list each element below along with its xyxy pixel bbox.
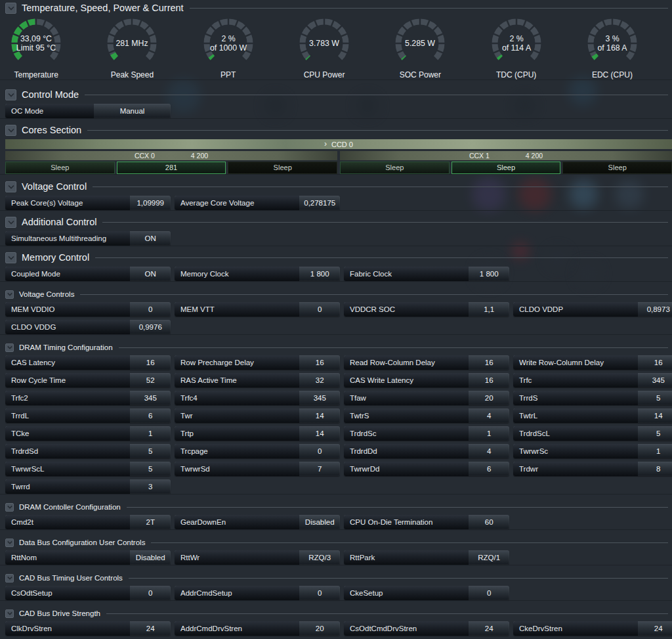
field-value[interactable]: 16 [299, 355, 340, 370]
field-value[interactable]: 5 [638, 426, 672, 441]
field-value[interactable]: RZQ/1 [469, 550, 509, 565]
chevron-down-icon[interactable] [5, 181, 16, 192]
field-label: CkeDrvStren [513, 621, 638, 636]
field-twtrs: TwtrS4 [344, 408, 509, 423]
field-label: Coupled Mode [5, 267, 130, 281]
field-value[interactable]: 345 [130, 391, 171, 405]
chevron-down-icon[interactable] [5, 609, 14, 618]
field-value[interactable]: 6 [469, 462, 509, 476]
field-label: Trdwr [513, 462, 638, 476]
field-value[interactable]: 1,1 [469, 302, 509, 317]
field-value[interactable]: 1 800 [469, 267, 509, 281]
gauge-peak-speed: 281 MHz Peak Speed [84, 15, 180, 79]
field-value[interactable]: 14 [299, 408, 340, 423]
field-value[interactable]: 1 [638, 444, 672, 458]
chevron-down-icon[interactable] [5, 290, 14, 299]
svg-text:3 %: 3 % [605, 34, 619, 43]
core-cell-ccx0-0[interactable]: Sleep [5, 162, 115, 174]
field-value[interactable]: 1 [130, 426, 171, 441]
header-rule [87, 130, 668, 131]
field-value[interactable]: 1 [469, 426, 509, 441]
field-value[interactable]: 60 [469, 515, 509, 529]
field-value[interactable]: 5 [130, 444, 171, 458]
field-value[interactable]: 345 [638, 373, 672, 387]
field-fabric-clock: Fabric Clock1 800 [344, 267, 509, 281]
field-value[interactable]: 8 [638, 462, 672, 476]
core-cell-ccx1-2[interactable]: Sleep [562, 162, 672, 174]
field-value[interactable]: 0 [299, 444, 340, 458]
field-value[interactable]: 1,09999 [130, 196, 171, 210]
field-value[interactable]: 0 [130, 302, 171, 317]
field-value[interactable]: 4 [469, 444, 509, 458]
gauge-label: TDC (CPU) [468, 70, 564, 79]
chevron-down-icon[interactable] [5, 343, 14, 352]
core-cell-ccx1-1[interactable]: Sleep [452, 162, 561, 174]
field-value[interactable]: 0,278175 [299, 196, 340, 210]
field-value[interactable]: Disabled [299, 515, 340, 529]
field-value[interactable]: 24 [130, 621, 171, 636]
field-value[interactable]: 2T [130, 515, 171, 529]
field-value[interactable]: Disabled [130, 550, 171, 565]
section-title: CAD Bus Timing User Controls [19, 574, 123, 582]
field-value[interactable]: 345 [299, 391, 340, 405]
field-value[interactable]: 24 [638, 621, 672, 636]
field-value[interactable]: 16 [638, 355, 672, 370]
field-value[interactable]: 4 [469, 408, 509, 423]
core-cell-ccx0-2[interactable]: Sleep [228, 162, 337, 174]
chevron-down-icon[interactable] [5, 503, 14, 512]
field-value[interactable]: 0 [469, 586, 509, 600]
field-value[interactable]: 14 [638, 408, 672, 423]
field-twrwrdd: TwrwrDd6 [344, 462, 509, 476]
gauge-temperature: 33,09 °C Limit 95 °C Temperature [0, 15, 84, 79]
chevron-down-icon[interactable] [5, 217, 16, 228]
field-value[interactable]: 0 [130, 586, 171, 600]
core-cell-ccx0-1[interactable]: 281 [117, 162, 226, 174]
field-value[interactable]: 0 [299, 586, 340, 600]
field-value[interactable]: 16 [469, 373, 509, 387]
field-tcke: TCke1 [5, 426, 171, 441]
section-title: Additional Control [22, 217, 96, 227]
core-cell-ccx1-0[interactable]: Sleep [340, 162, 450, 174]
gauge-cpu-power: 3.783 W CPU Power [276, 15, 372, 79]
field-value[interactable]: 5 [130, 462, 171, 476]
field-cldo-vddg: CLDO VDDG0,9976 [5, 320, 171, 334]
field-value[interactable]: 16 [469, 355, 509, 370]
svg-text:3.783 W: 3.783 W [309, 39, 339, 48]
field-trdrdsc: TrdrdSc1 [344, 426, 509, 441]
field-value[interactable]: 32 [299, 373, 340, 387]
field-value[interactable]: 0 [299, 302, 340, 317]
field-value[interactable]: 14 [299, 426, 340, 441]
chevron-down-icon[interactable] [5, 574, 14, 583]
subsection-dram-controller: DRAM Contoller Configuration Cmd2t2TGear… [0, 494, 672, 529]
field-label: TwrwrSd [175, 462, 299, 476]
chevron-down-icon[interactable] [5, 125, 16, 136]
field-value[interactable]: 20 [469, 391, 509, 405]
chevron-down-icon[interactable] [5, 3, 16, 14]
section-control-mode: Control Mode OC ModeManual [0, 79, 672, 118]
field-value[interactable]: 6 [130, 408, 171, 423]
field-value[interactable]: 3 [130, 479, 171, 494]
field-value[interactable]: RZQ/3 [299, 550, 340, 565]
field-value[interactable]: 0,9976 [130, 320, 171, 334]
field-value[interactable]: 1 800 [299, 267, 340, 281]
chevron-down-icon[interactable] [5, 539, 14, 547]
field-value[interactable]: Manual [94, 104, 171, 118]
field-value[interactable]: ON [130, 231, 171, 246]
field-value[interactable]: 24 [469, 621, 509, 636]
gauge-dial-icon: 2 % of 1000 W [196, 15, 261, 69]
svg-text:5.285 W: 5.285 W [405, 39, 435, 48]
field-value[interactable]: 16 [130, 355, 171, 370]
field-value[interactable]: 0,8973 [638, 302, 672, 317]
field-value[interactable]: 52 [130, 373, 171, 387]
ccd-expand-chevron-icon[interactable]: › [324, 141, 327, 148]
field-csodtcmddrvstren: CsOdtCmdDrvStren24 [344, 621, 509, 636]
field-rttpark: RttParkRZQ/1 [344, 550, 509, 565]
ccd0-bar[interactable]: › CCD 0 [5, 139, 672, 149]
field-value[interactable]: 5 [638, 391, 672, 405]
svg-text:of 114 A: of 114 A [502, 43, 532, 53]
field-value[interactable]: 7 [299, 462, 340, 476]
field-value[interactable]: 20 [299, 621, 340, 636]
field-value[interactable]: ON [130, 267, 171, 281]
chevron-down-icon[interactable] [5, 252, 16, 263]
chevron-down-icon[interactable] [5, 89, 16, 100]
